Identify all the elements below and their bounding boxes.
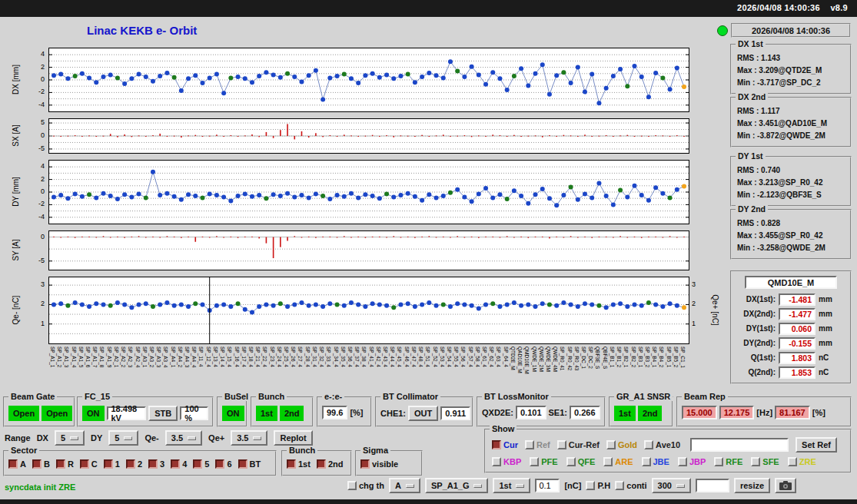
region-toggle-are[interactable]: ARE [603,457,633,466]
beam-gate-open-button-2[interactable]: Open [42,406,72,421]
sector-toggle-r[interactable]: R [56,459,74,469]
gr-a1-2nd-button[interactable]: 2nd [638,406,663,421]
busel-on-button[interactable]: ON [222,406,244,421]
beam-gate-open-button-1[interactable]: Open [8,406,39,421]
region-toggle-sfe[interactable]: SFE [751,457,779,466]
sector-toggle-3[interactable]: 3 [148,459,164,469]
x-tick-label: SP_R0_42 [567,346,573,370]
x-tick-label: SP_53_4 [440,346,445,367]
beam-gate-legend: Beam Gate [8,392,57,401]
range-dy-label: DY [91,433,102,443]
plot-sx[interactable] [48,118,689,154]
sector-group: Sector ABRC123456BT [3,450,277,476]
monitor-row-unit: mm [819,295,832,303]
sector-toggle-5[interactable]: 5 [193,459,209,469]
show-toggle-cur-ref[interactable]: Cur-Ref [557,440,600,449]
toggle-label: Cur-Ref [569,440,600,449]
sector-toggle-4[interactable]: 4 [171,459,187,469]
dropdown-notch-icon [473,484,482,488]
axis-label-qe: Qe- [nC] [12,277,20,344]
x-tick-label: SP_36_4 [347,346,353,367]
sector-toggle-a[interactable]: A [8,459,26,469]
toggle-label: 1st [298,459,311,469]
checkbox-icon [606,440,616,449]
bt-collimator-group: BT Collimator CHE1: OUT 0.911 [375,396,473,427]
sector-toggle-b[interactable]: B [32,459,50,469]
bunch-order-select[interactable]: 1st [493,478,530,493]
titlebar-version: v8.9 [830,3,848,12]
x-tick-label: SP_A1_8 [99,346,105,367]
x-tick-label: SP_A1_3 [64,346,69,367]
resize-button[interactable]: resize [734,478,770,493]
region-toggle-qfe[interactable]: QFE [566,457,596,466]
x-tick-label: SP_B3_1 [638,346,643,367]
plot-qe[interactable] [48,277,689,344]
axis-label-dx: DX [mm] [12,48,20,112]
axis-label-dy: DY [mm] [12,160,20,224]
bt-collimator-legend: BT Collimator [380,392,440,401]
monitor-row-label: DX(2nd): [735,310,776,318]
chg-th-toggle[interactable]: chg th [347,481,384,490]
sector-toggle-c[interactable]: C [80,459,98,469]
selected-monitor-name[interactable]: QMD10E_M [745,276,837,289]
region-toggle-kbp[interactable]: KBP [492,457,521,466]
plot-dy[interactable] [48,160,689,224]
show-toggle-gold[interactable]: Gold [606,440,637,449]
monitor-row-label: DY(1st): [735,324,776,333]
threshold-input[interactable] [535,479,560,492]
bunch-toggle-2nd[interactable]: 2nd [317,459,344,469]
range-qem-select[interactable]: 3.5 [165,430,202,446]
beam-rep-hz-unit: [Hz] [756,408,772,417]
beam-gate-group: Beam Gate Open Open [3,396,75,427]
sector-toggle-bt[interactable]: BT [238,459,261,469]
replot-button[interactable]: Replot [274,430,312,446]
bunch-1st-button[interactable]: 1st [256,406,277,421]
plot-dx[interactable] [48,48,689,112]
y-tick-label: -2 [28,200,45,207]
range-qep-select[interactable]: 3.5 [231,430,267,446]
sector-select[interactable]: A [389,478,420,493]
region-toggle-jbe[interactable]: JBE [642,457,669,466]
monitor-row-unit: mm [819,310,832,318]
show-toggle-ave10[interactable]: Ave10 [644,440,680,449]
sector-toggle-6[interactable]: 6 [215,459,231,469]
sector-toggle-2[interactable]: 2 [126,459,142,469]
aux-input[interactable] [696,479,729,492]
range-dx-select[interactable]: 5 [55,430,85,446]
monitor-row-value: 1.803 [779,352,815,364]
region-toggle-rfe[interactable]: RFE [714,457,742,466]
sector-toggle-1[interactable]: 1 [104,459,120,469]
fc15-on-button[interactable]: ON [82,406,105,421]
che1-out-button[interactable]: OUT [408,406,438,421]
show-toggle-ref[interactable]: Ref [525,440,550,449]
ph-toggle[interactable]: P.H [586,481,610,490]
bunch-2nd-button[interactable]: 2nd [280,406,304,421]
monitor-row-label: DX(1st): [735,295,776,303]
set-ref-button[interactable]: Set Ref [796,437,837,453]
sigma-toggle-visible[interactable]: visible [360,459,398,469]
region-toggle-pfe[interactable]: PFE [530,457,557,466]
monitor-select[interactable]: SP_A1_G [425,478,489,493]
region-toggle-jbp[interactable]: JBP [678,457,706,466]
range-qep-value: 3.5 [237,433,248,443]
snapshot-button[interactable] [775,478,796,493]
fc15-stb-button[interactable]: STB [148,406,178,421]
range-dy-select[interactable]: 5 [108,430,138,446]
bunch-toggle-1st[interactable]: 1st [287,459,311,469]
plot-sy[interactable] [48,230,689,270]
y-tick-label: -4 [28,101,45,108]
axis-label-sx: SX [A] [12,118,20,154]
ref-name-input[interactable] [690,438,789,452]
x-tick-label: SP_A2_1 [114,346,119,367]
region-toggle-zre[interactable]: ZRE [788,457,816,466]
checkbox-icon [171,459,180,469]
x-tick-label: SP_45_4 [397,346,402,367]
checkbox-icon [215,459,224,469]
interval-select[interactable]: 300 [652,478,691,493]
show-toggle-cur[interactable]: Cur [492,440,518,449]
stats-group-title: DY 2nd [736,204,768,214]
x-tick-label: QWDE_4M [553,346,558,372]
x-tick-label: SP_54_4 [447,346,452,367]
conti-toggle[interactable]: conti [615,481,646,490]
gr-a1-1st-button[interactable]: 1st [614,406,636,421]
